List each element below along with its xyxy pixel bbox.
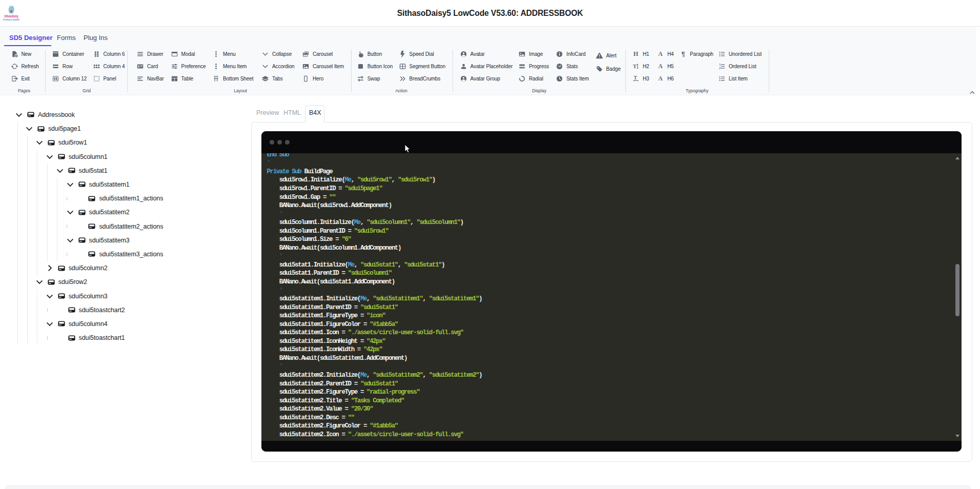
- svg-text:Anything is possible: Anything is possible: [3, 18, 19, 21]
